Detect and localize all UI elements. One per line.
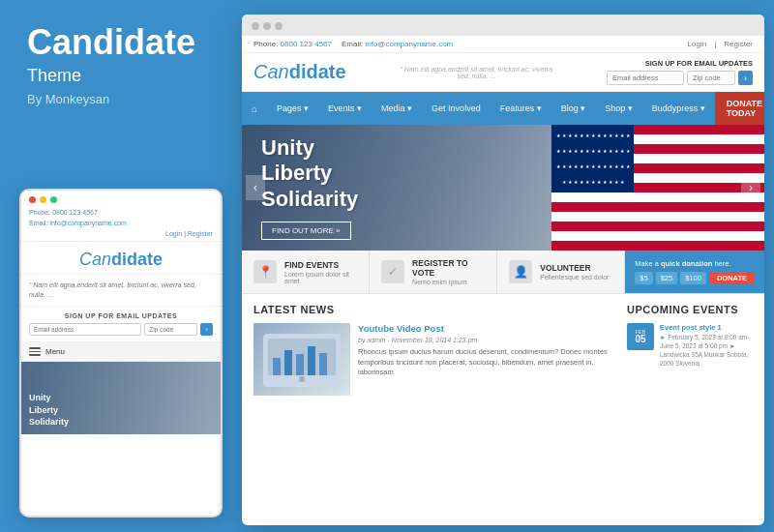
donate-label: Make a quick donation here. — [635, 259, 730, 268]
svg-rect-6 — [319, 353, 327, 375]
register-vote-title: REGISTER TO VOTE — [412, 258, 485, 278]
hero-prev-button[interactable]: ‹ — [246, 175, 265, 200]
topbar-phone: Phone: 0800 123 4567 — [253, 40, 332, 48]
events-sidebar: Upcoming Events FEB 05 Event post style … — [627, 304, 753, 396]
news-meta-date: November 19, 2014 1:23 pm — [392, 337, 478, 343]
mobile-email-input[interactable] — [29, 323, 141, 336]
donate-amounts: $5 $25 $100 DONATE — [635, 272, 755, 284]
mobile-hero-line2: Liberty — [29, 404, 69, 417]
find-events-title: FIND EVENTS — [284, 260, 357, 270]
site-logo: Candidate — [253, 61, 346, 83]
event-date-box: FEB 05 — [627, 323, 654, 350]
left-title: Candidate — [27, 23, 213, 62]
register-vote-icon: ✓ — [381, 260, 404, 283]
site-hero: ‹ Unity Liberty Solidarity FIND OUT MORE… — [242, 125, 764, 251]
nav-buddypress[interactable]: Buddypress ▾ — [642, 97, 715, 120]
topbar-email: Email: info@companyname.com — [342, 40, 453, 48]
mobile-logo: Candidate — [21, 250, 221, 270]
nav-pages[interactable]: Pages ▾ — [267, 97, 318, 120]
nav-shop[interactable]: Shop ▾ — [595, 97, 642, 120]
nav-blog[interactable]: Blog ▾ — [551, 97, 596, 120]
browser-dots — [252, 22, 283, 30]
hamburger-icon — [29, 347, 41, 356]
mobile-menu-bar[interactable]: Menu — [21, 342, 221, 362]
register-vote-sub: Nemo enim ipsum — [412, 279, 485, 285]
browser-dot-3 — [275, 22, 283, 30]
news-meta-by: by — [358, 337, 365, 343]
mobile-hero-text: Unity Liberty Solidarity — [29, 392, 69, 429]
nav-media[interactable]: Media ▾ — [372, 97, 422, 120]
cta-find-events[interactable]: 📍 FIND EVENTS Lorem ipsum dolor sit amet — [242, 251, 370, 293]
site-topbar: Phone: 0800 123 4567 Email: info@company… — [242, 36, 764, 53]
svg-rect-4 — [296, 354, 304, 375]
mobile-hero: Unity Liberty Solidarity — [21, 362, 221, 434]
nav-features[interactable]: Features ▾ — [491, 97, 551, 120]
site-header: Candidate “ Nam elit agna,enderit sit am… — [242, 53, 764, 92]
event-detail: ► February 5, 2023 at 8:00 am-June 5, 20… — [660, 333, 753, 368]
donate-now-button[interactable]: DONATE — [709, 272, 755, 284]
event-info: Event post style 1 ► February 5, 2023 at… — [660, 323, 753, 368]
content-area: Latest news — [242, 294, 764, 405]
mobile-contact: Phone: 0800 123 4567 Email: info@company… — [29, 207, 213, 228]
flag-canton: ★★★★★★★★★★★★★★★★★★★★★★★★★★★★★★★★★★★★★★★★… — [551, 125, 634, 192]
signup-zip-input[interactable] — [687, 71, 735, 85]
news-item-meta: by admin - November 19, 2014 1:23 pm — [358, 337, 617, 343]
events-section-title: Upcoming Events — [627, 304, 753, 315]
nav-home-button[interactable]: ⌂ — [242, 97, 267, 121]
news-section-title: Latest news — [253, 304, 617, 315]
mobile-signup-area: SIGN UP FOR EMAIL UPDATES › — [21, 307, 221, 342]
news-thumb-image — [253, 323, 350, 396]
mobile-login-link[interactable]: Login — [165, 230, 182, 237]
mobile-register-link[interactable]: Register — [188, 230, 213, 237]
nav-donate-button[interactable]: DONATE TODAY — [715, 92, 764, 125]
mobile-phone: 0800 123 4567 — [52, 209, 98, 216]
mobile-zip-input[interactable] — [144, 323, 197, 336]
site-nav: ⌂ Pages ▾ Events ▾ Media ▾ Get Involved … — [242, 92, 764, 125]
svg-point-7 — [299, 376, 305, 382]
donate-5-button[interactable]: $5 — [635, 272, 652, 284]
mobile-signup-button[interactable]: › — [200, 323, 213, 336]
volunteer-icon: 👤 — [509, 260, 532, 283]
browser-dot-1 — [252, 22, 259, 30]
event-name[interactable]: Event post style 1 — [660, 323, 753, 332]
mobile-logo-area: Candidate — [21, 242, 221, 275]
cta-volunteer[interactable]: 👤 VOLUNTEER Pellentesque sed dolor — [497, 251, 625, 293]
dot-red — [29, 196, 36, 203]
cta-donate-box: Make a quick donation here. $5 $25 $100 … — [625, 251, 764, 293]
site-topbar-left: Phone: 0800 123 4567 Email: info@company… — [253, 40, 453, 48]
mobile-hero-line3: Solidarity — [29, 416, 69, 429]
signup-label: SIGN UP FOR EMAIL UPDATES — [645, 59, 753, 68]
topbar-login[interactable]: Login — [688, 40, 707, 48]
site-header-right: SIGN UP FOR EMAIL UPDATES › — [607, 59, 753, 85]
nav-events[interactable]: Events ▾ — [318, 97, 372, 120]
news-item-excerpt: Rhoncus ipsum ducius harum ducius deseru… — [358, 347, 617, 378]
browser-dot-2 — [263, 22, 271, 30]
mobile-phone-label: Phone: — [29, 209, 50, 216]
news-thumbnail — [253, 323, 350, 396]
hero-flag: ★★★★★★★★★★★★★★★★★★★★★★★★★★★★★★★★★★★★★★★★… — [551, 125, 764, 251]
browser-chrome — [242, 15, 764, 36]
volunteer-title: VOLUNTEER — [540, 263, 609, 273]
hero-find-out-more-button[interactable]: FIND OUT MORE » — [261, 222, 351, 240]
event-item: FEB 05 Event post style 1 ► February 5, … — [627, 323, 753, 368]
hero-line3: Solidarity — [261, 187, 358, 212]
event-day: 05 — [635, 335, 645, 344]
hero-next-button[interactable]: › — [741, 175, 760, 200]
nav-get-involved[interactable]: Get Involved — [422, 97, 491, 120]
svg-rect-5 — [308, 346, 315, 375]
hero-title: Unity Liberty Solidarity — [261, 135, 358, 212]
donate-25-button[interactable]: $25 — [656, 272, 678, 284]
cta-register-to-vote[interactable]: ✓ REGISTER TO VOTE Nemo enim ipsum — [370, 251, 497, 293]
signup-email-input[interactable] — [607, 71, 684, 85]
topbar-register[interactable]: Register — [724, 40, 753, 48]
signup-submit-button[interactable]: › — [738, 71, 753, 85]
dot-green — [50, 196, 57, 203]
news-image-svg — [258, 329, 345, 392]
site-header-quote: “ Nam elit agna,enderit sit amet, tinciu… — [399, 66, 553, 79]
cta-bar: 📍 FIND EVENTS Lorem ipsum dolor sit amet… — [242, 251, 764, 294]
mobile-quote: “ Nam elit agna,enderit sit amet, tinciu… — [21, 275, 221, 307]
browser-mockup: Phone: 0800 123 4567 Email: info@company… — [242, 15, 764, 525]
news-content: Youtube Video Post by admin - November 1… — [358, 323, 617, 396]
donate-100-button[interactable]: $100 — [680, 272, 706, 284]
news-item-title[interactable]: Youtube Video Post — [358, 323, 617, 334]
